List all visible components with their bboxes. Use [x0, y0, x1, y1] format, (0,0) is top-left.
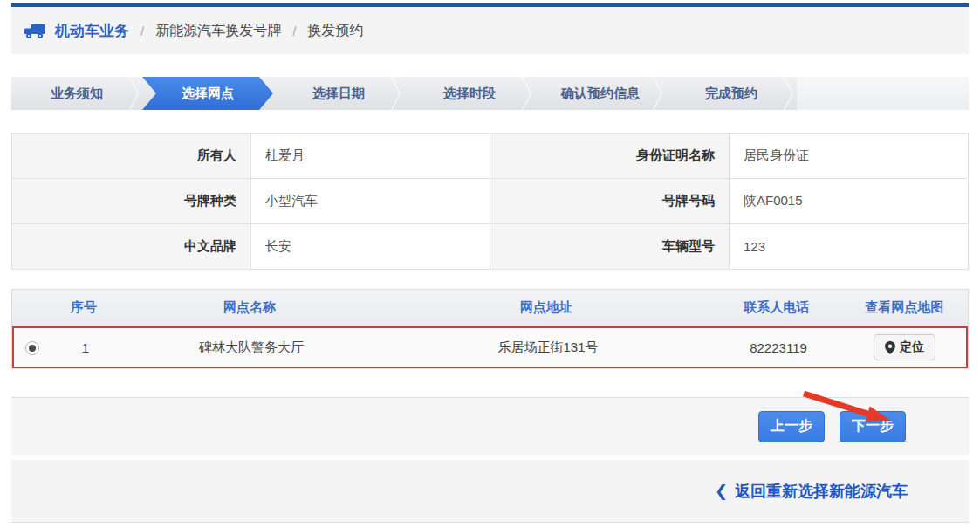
station-phone: 82223119	[714, 340, 843, 355]
id-type-value: 居民身份证	[730, 134, 969, 179]
station-table-header: 序号 网点名称 网点地址 联系人电话 查看网点地图	[12, 290, 968, 326]
step-complete[interactable]: 完成预约	[666, 77, 797, 110]
header-name: 网点名称	[119, 299, 380, 316]
breadcrumb-item-plate-renewal[interactable]: 新能源汽车换发号牌	[155, 22, 281, 40]
step-select-date[interactable]: 选择日期	[273, 77, 404, 110]
wizard-filler	[797, 77, 969, 110]
model-label: 车辆型号	[490, 224, 730, 270]
plate-no-value: 陕AF0015	[730, 179, 969, 224]
table-row: 中文品牌 长安 车辆型号 123	[12, 224, 969, 270]
step-confirm-info[interactable]: 确认预约信息	[535, 77, 666, 110]
step-select-station[interactable]: 选择网点	[142, 77, 273, 110]
brand-value: 长安	[251, 224, 490, 270]
header-map: 查看网点地图	[841, 299, 968, 316]
station-index: 1	[51, 340, 120, 355]
locate-button[interactable]: 定位	[874, 334, 935, 360]
breadcrumb-separator: /	[292, 24, 296, 38]
back-to-vehicle-select-link[interactable]: ❮ 返回重新选择新能源汽车	[715, 481, 908, 502]
breadcrumb-separator: /	[140, 24, 144, 38]
previous-step-button[interactable]: 上一步	[758, 411, 825, 442]
breadcrumb-item-renewal-booking: 换发预约	[307, 22, 363, 40]
station-radio[interactable]	[25, 341, 39, 355]
chevron-left-icon: ❮	[715, 482, 728, 501]
step-wizard: 业务须知 选择网点 选择日期 选择时段 确认预约信息 完成预约	[11, 77, 969, 110]
model-value: 123	[730, 224, 969, 270]
brand-label: 中文品牌	[12, 224, 251, 270]
page: 机动车业务 / 新能源汽车换发号牌 / 换发预约 业务须知 选择网点 选择日期 …	[11, 3, 969, 523]
back-link-label: 返回重新选择新能源汽车	[735, 481, 908, 502]
station-address: 乐居场正街131号	[382, 339, 714, 356]
next-step-button[interactable]: 下一步	[840, 411, 906, 442]
plate-type-value: 小型汽车	[251, 179, 490, 224]
owner-label: 所有人	[12, 134, 251, 179]
map-pin-icon	[885, 341, 895, 354]
owner-value: 杜爱月	[251, 134, 490, 179]
plate-type-label: 号牌种类	[12, 179, 251, 224]
action-bar: 上一步 下一步	[11, 397, 969, 455]
header-address: 网点地址	[380, 299, 712, 316]
vehicle-info-table: 所有人 杜爱月 身份证明名称 居民身份证 号牌种类 小型汽车 号牌号码 陕AF0…	[11, 133, 969, 270]
step-select-time[interactable]: 选择时段	[404, 77, 535, 110]
truck-icon	[24, 22, 47, 40]
step-notice[interactable]: 业务须知	[11, 77, 142, 110]
table-row: 号牌种类 小型汽车 号牌号码 陕AF0015	[12, 179, 969, 224]
table-row: 所有人 杜爱月 身份证明名称 居民身份证	[12, 134, 969, 179]
header-index: 序号	[49, 299, 119, 316]
station-row[interactable]: 1 碑林大队警务大厅 乐居场正街131号 82223119 定位	[12, 326, 968, 368]
id-type-label: 身份证明名称	[490, 134, 730, 179]
header-phone: 联系人电话	[712, 299, 841, 316]
breadcrumb-item-vehicle-services[interactable]: 机动车业务	[55, 21, 129, 41]
bottom-bar: ❮ 返回重新选择新能源汽车	[11, 460, 969, 523]
station-table: 序号 网点名称 网点地址 联系人电话 查看网点地图 1 碑林大队警务大厅 乐居场…	[11, 289, 969, 369]
locate-button-label: 定位	[900, 339, 924, 355]
plate-no-label: 号牌号码	[490, 179, 730, 224]
station-name: 碑林大队警务大厅	[120, 339, 382, 356]
breadcrumb: 机动车业务 / 新能源汽车换发号牌 / 换发预约	[11, 7, 969, 54]
